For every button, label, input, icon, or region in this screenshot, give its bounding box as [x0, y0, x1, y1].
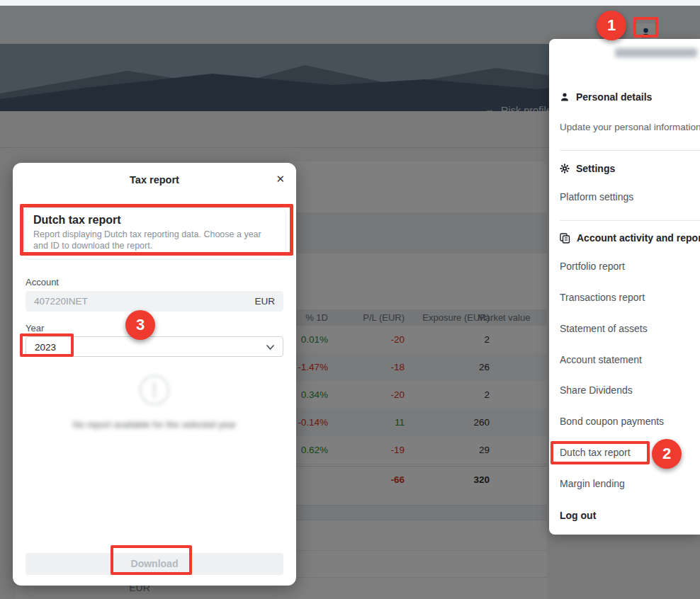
menu-divider	[560, 150, 700, 151]
annotation-box-dutch-tax-report	[551, 441, 650, 464]
menu-item-log-out[interactable]: Log out	[560, 508, 596, 523]
account-value: 407220INET	[34, 291, 88, 312]
annotation-box-report-card	[20, 204, 293, 256]
menu-header-label: Personal details	[576, 91, 652, 103]
account-label: Account	[26, 277, 59, 287]
blurred-account-name	[615, 48, 697, 57]
menu-header-reports: Account activity and reports	[560, 231, 700, 245]
menu-item-transactions-report[interactable]: Transactions report	[560, 290, 645, 304]
menu-item-bond-coupon-payments[interactable]: Bond coupon payments	[560, 414, 664, 428]
annotation-box-download	[111, 545, 192, 575]
account-currency: EUR	[254, 291, 275, 312]
menu-item-portfolio-report[interactable]: Portfolio report	[560, 259, 625, 273]
no-report-icon	[138, 374, 171, 406]
menu-header-personal-details: Personal details	[560, 90, 652, 104]
menu-item-statement-of-assets[interactable]: Statement of assets	[560, 321, 648, 336]
menu-header-label: Settings	[576, 163, 615, 174]
close-icon[interactable]: ✕	[276, 173, 285, 186]
annotation-box-year	[20, 333, 74, 357]
person-icon	[560, 92, 570, 102]
annotation-step-1: 1	[597, 11, 626, 40]
reports-icon	[560, 233, 570, 244]
modal-title: Tax report	[13, 174, 296, 186]
chevron-down-icon	[266, 344, 275, 350]
menu-item-platform-settings[interactable]: Platform settings	[560, 190, 633, 204]
menu-item-margin-lending[interactable]: Margin lending	[560, 477, 625, 491]
menu-item-share-dividends[interactable]: Share Dividends	[560, 383, 633, 397]
menu-header-label: Account activity and reports	[577, 232, 700, 244]
menu-item-account-statement[interactable]: Account statement	[560, 353, 642, 367]
no-report-message: No report available for the selected yea…	[13, 419, 296, 430]
menu-subtext-personal: Update your personal information	[560, 120, 700, 135]
menu-divider	[560, 220, 700, 221]
account-field: 407220INET EUR	[26, 291, 283, 312]
gear-icon	[560, 164, 570, 173]
year-label: Year	[26, 323, 44, 333]
menu-header-settings: Settings	[560, 161, 615, 176]
annotation-step-2: 2	[652, 439, 682, 469]
annotation-box-user-icon	[633, 17, 658, 38]
annotation-step-3: 3	[125, 310, 155, 340]
